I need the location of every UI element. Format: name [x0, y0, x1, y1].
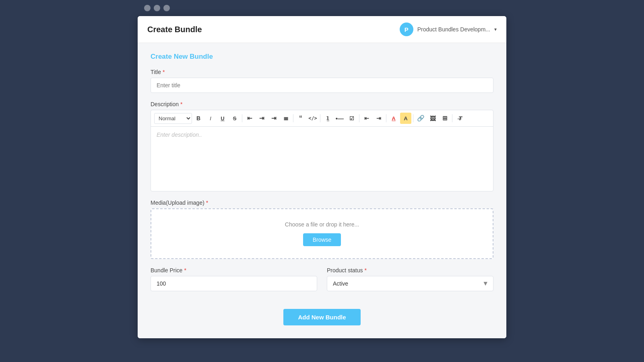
image-btn[interactable]: 🖼 — [427, 113, 438, 124]
toolbar-divider-5 — [386, 114, 386, 122]
align-right-btn[interactable]: ⇥ — [268, 113, 279, 124]
rich-text-editor: Normal Heading 1 Heading 2 Heading 3 B I… — [151, 110, 493, 191]
align-center-btn[interactable]: ⇥ — [256, 113, 267, 124]
toolbar-divider-3 — [320, 114, 320, 122]
align-left-btn[interactable]: ⇤ — [244, 113, 255, 124]
submit-row: Add New Bundle — [151, 309, 493, 325]
ordered-list-btn[interactable]: 1̲ — [322, 113, 333, 124]
page-title: Create Bundle — [147, 25, 202, 34]
toolbar-divider-2 — [293, 114, 293, 122]
chrome-dot-yellow — [154, 5, 160, 11]
add-bundle-button[interactable]: Add New Bundle — [283, 309, 360, 325]
italic-btn[interactable]: I — [205, 113, 216, 124]
table-btn[interactable]: ⊞ — [439, 113, 450, 124]
status-label: Product status * — [327, 267, 493, 274]
description-required-star: * — [180, 101, 182, 107]
description-editor-body[interactable]: Enter description.. — [151, 127, 493, 191]
toolbar-divider-4 — [359, 114, 359, 122]
clear-format-btn[interactable]: T̶ — [454, 113, 465, 124]
title-required-star: * — [163, 69, 165, 75]
toolbar-divider-6 — [413, 114, 413, 122]
font-color-btn[interactable]: A — [388, 113, 399, 124]
unordered-list-btn[interactable]: •— — [334, 113, 345, 124]
editor-toolbar: Normal Heading 1 Heading 2 Heading 3 B I… — [151, 110, 493, 127]
title-input[interactable] — [151, 78, 493, 93]
underline-btn[interactable]: U — [217, 113, 228, 124]
justify-btn[interactable]: ≣ — [280, 113, 291, 124]
highlight-btn[interactable]: A — [400, 113, 411, 124]
app-switcher[interactable]: P Product Bundles Developm... ▾ — [400, 23, 497, 36]
upload-zone[interactable]: Choose a file or drop it here... Browse — [151, 208, 493, 259]
blockquote-btn[interactable]: “ — [295, 113, 306, 124]
upload-hint: Choose a file or drop it here... — [159, 221, 485, 228]
price-required-star: * — [184, 267, 186, 274]
outdent-btn[interactable]: ⇤ — [361, 113, 372, 124]
bold-btn[interactable]: B — [193, 113, 204, 124]
toolbar-divider-7 — [452, 114, 452, 122]
toolbar-divider-1 — [242, 114, 242, 122]
indent-btn[interactable]: ⇥ — [373, 113, 384, 124]
price-label: Bundle Price * — [151, 267, 317, 274]
link-btn[interactable]: 🔗 — [415, 113, 426, 124]
price-status-row: Bundle Price * Product status * Active I… — [151, 267, 493, 299]
avatar: P — [400, 23, 413, 36]
form-area: Create New Bundle Title * Description * … — [138, 43, 506, 338]
title-group: Title * — [151, 69, 493, 93]
media-required-star: * — [206, 200, 208, 206]
price-group: Bundle Price * — [151, 267, 317, 291]
form-section-title: Create New Bundle — [151, 53, 493, 61]
status-select-wrapper: Active Inactive Draft ▼ — [327, 276, 493, 291]
title-label: Title * — [151, 69, 493, 75]
browse-button[interactable]: Browse — [303, 233, 341, 246]
description-group: Description * Normal Heading 1 Heading 2… — [151, 101, 493, 191]
description-label: Description * — [151, 101, 493, 107]
price-input[interactable] — [151, 276, 317, 291]
status-required-star: * — [365, 267, 367, 274]
chrome-dot-red — [144, 5, 151, 11]
window-chrome — [138, 0, 506, 16]
strikethrough-btn[interactable]: S — [229, 113, 240, 124]
main-card: Create Bundle P Product Bundles Developm… — [138, 16, 506, 338]
chrome-dot-green — [163, 5, 170, 11]
page-header: Create Bundle P Product Bundles Developm… — [138, 16, 506, 43]
media-label: Media(Upload image) * — [151, 200, 493, 206]
format-select[interactable]: Normal Heading 1 Heading 2 Heading 3 — [154, 113, 192, 124]
status-group: Product status * Active Inactive Draft ▼ — [327, 267, 493, 291]
app-name: Product Bundles Developm... — [417, 26, 490, 33]
media-group: Media(Upload image) * Choose a file or d… — [151, 200, 493, 259]
chevron-down-icon: ▾ — [494, 27, 497, 32]
code-btn[interactable]: </> — [307, 113, 318, 124]
task-list-btn[interactable]: ☑ — [346, 113, 357, 124]
status-select[interactable]: Active Inactive Draft — [327, 276, 493, 291]
